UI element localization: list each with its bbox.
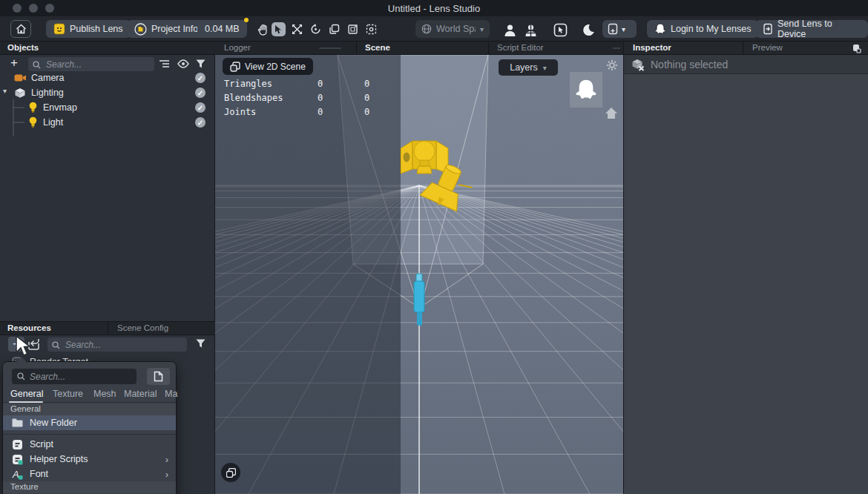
tree-row-camera[interactable]: Camera ✓ <box>0 70 215 85</box>
home-button[interactable] <box>10 20 31 38</box>
move-icon <box>292 24 303 35</box>
pan-tool-button[interactable] <box>256 22 270 36</box>
filter-icon[interactable] <box>196 59 206 68</box>
tree-row-envmap[interactable]: Envmap ✓ <box>0 100 215 115</box>
tab-divider <box>488 42 489 55</box>
menu-item-script[interactable]: Script <box>3 437 176 452</box>
select-tool-button[interactable] <box>272 22 286 36</box>
moon-icon[interactable] <box>582 23 595 37</box>
scene-tabbar: Logger Scene Script Editor <box>215 42 623 55</box>
globe-icon <box>421 24 432 34</box>
person-segmented-icon[interactable] <box>524 24 538 37</box>
pair-device-dropdown[interactable]: ▾ <box>602 20 637 38</box>
duplicate-icon <box>329 24 340 35</box>
layers-dropdown[interactable]: Layers ▾ <box>499 59 558 76</box>
tab-divider <box>108 322 108 335</box>
popup-notch <box>16 357 27 363</box>
reset-view-home-icon[interactable] <box>605 107 618 119</box>
visibility-checkbox[interactable]: ✓ <box>195 117 206 128</box>
resources-search-input[interactable] <box>47 337 187 352</box>
overlapping-squares-icon <box>226 468 236 478</box>
tab-scene-config[interactable]: Scene Config <box>117 323 168 332</box>
menu-tab-clipped[interactable]: Ma <box>165 389 177 399</box>
tree-row-light[interactable]: Light ✓ <box>0 115 215 130</box>
objects-search-input[interactable] <box>28 57 154 71</box>
stat-label: Blendshapes <box>224 93 306 103</box>
detach-panel-icon[interactable] <box>852 44 861 53</box>
tab-resources[interactable]: Resources <box>7 323 51 332</box>
resources-tabbar: Resources Scene Config <box>0 322 215 335</box>
project-info-button[interactable]: Project Info <box>127 20 206 38</box>
toggle-2d-3d-button[interactable] <box>221 463 240 482</box>
visibility-checkbox[interactable]: ✓ <box>195 73 206 83</box>
duplicate-tool-button[interactable] <box>327 22 341 36</box>
tab-logger[interactable]: Logger <box>224 43 251 52</box>
tab-script-editor[interactable]: Script Editor <box>497 43 544 52</box>
project-info-icon <box>134 23 147 36</box>
scene-viewport[interactable]: View 2D Scene Triangles 0 0 Blendshapes … <box>215 55 623 494</box>
publish-lens-button[interactable]: Publish Lens <box>46 20 131 38</box>
objects-panel-title: Objects <box>7 43 39 52</box>
menu-tab-general[interactable]: General <box>10 389 43 399</box>
camera-gizmo <box>414 274 424 326</box>
titlebar: Untitled - Lens Studio <box>0 0 868 16</box>
move-tool-button[interactable] <box>290 22 304 36</box>
font-icon: A <box>12 469 23 480</box>
inspector-panel: Inspector Preview Nothing selected <box>623 42 868 494</box>
view-2d-scene-label: View 2D Scene <box>245 62 306 72</box>
tree-view-icon[interactable] <box>160 59 170 68</box>
menu-section-general: General <box>3 404 176 415</box>
drag-handle[interactable] <box>613 47 620 49</box>
login-button[interactable]: Login to My Lenses <box>647 20 758 38</box>
filter-icon[interactable] <box>196 339 206 348</box>
nothing-selected-label: Nothing selected <box>651 59 728 70</box>
cursor-icon <box>274 24 283 35</box>
expand-caret-icon[interactable]: ▾ <box>3 87 7 95</box>
helper-scripts-icon <box>12 454 23 465</box>
add-object-button[interactable]: + <box>10 56 18 70</box>
eye-icon[interactable] <box>177 59 189 68</box>
transform-tool-button[interactable] <box>346 22 360 36</box>
visibility-checkbox[interactable]: ✓ <box>195 102 206 113</box>
project-size-badge[interactable]: 0.04 MB <box>197 20 247 38</box>
tree-row-lighting[interactable]: ▾ Lighting ✓ <box>0 85 215 100</box>
tab-scene[interactable]: Scene <box>365 43 390 52</box>
app-window: Untitled - Lens Studio Publish Lens Proj… <box>0 0 868 494</box>
snapcode-placeholder <box>570 72 602 108</box>
menu-search-input[interactable] <box>12 369 137 384</box>
tab-preview[interactable]: Preview <box>752 43 783 52</box>
tab-divider <box>743 42 743 55</box>
rotate-tool-button[interactable] <box>309 22 323 36</box>
home-icon <box>16 24 27 34</box>
drag-handle[interactable] <box>319 47 341 49</box>
menu-item-helper-scripts[interactable]: Helper Scripts › <box>3 452 176 467</box>
person-front-icon[interactable] <box>503 24 517 37</box>
menu-item-new-folder[interactable]: New Folder <box>3 415 176 430</box>
chevron-down-icon: ▾ <box>543 64 547 72</box>
menu-section-texture: Texture <box>3 481 176 493</box>
stat-value: 0 <box>364 93 369 103</box>
folder-icon <box>12 418 23 427</box>
send-to-device-button[interactable]: Send Lens to Device <box>755 20 868 38</box>
menu-tab-material[interactable]: Material <box>124 389 157 399</box>
menu-item-font[interactable]: A Font › <box>3 467 176 481</box>
chevron-down-icon: ▾ <box>480 25 484 33</box>
visibility-checkbox[interactable]: ✓ <box>195 88 206 98</box>
menu-tab-mesh[interactable]: Mesh <box>93 389 116 399</box>
menu-tab-texture[interactable]: Texture <box>53 389 83 399</box>
region-tool-button[interactable] <box>364 22 378 36</box>
transform-icon <box>347 24 358 35</box>
layers-2d-icon <box>230 62 240 72</box>
lens-emoji-icon <box>53 23 65 35</box>
inspector-tabbar: Inspector Preview <box>624 42 868 55</box>
lighting-group-icon <box>14 88 26 99</box>
tab-inspector[interactable]: Inspector <box>633 43 671 52</box>
gizmo-settings-gear-icon[interactable] <box>606 59 618 71</box>
main-toolbar: Publish Lens Project Info 0.04 MB <box>0 16 868 42</box>
space-mode-dropdown[interactable]: World Spa ▾ <box>415 20 490 38</box>
stat-label: Joints <box>224 107 306 117</box>
new-document-button[interactable] <box>147 368 170 385</box>
project-size-label: 0.04 MB <box>205 24 240 34</box>
view-2d-scene-button[interactable]: View 2D Scene <box>223 58 313 75</box>
pointer-frame-icon[interactable] <box>553 23 568 37</box>
